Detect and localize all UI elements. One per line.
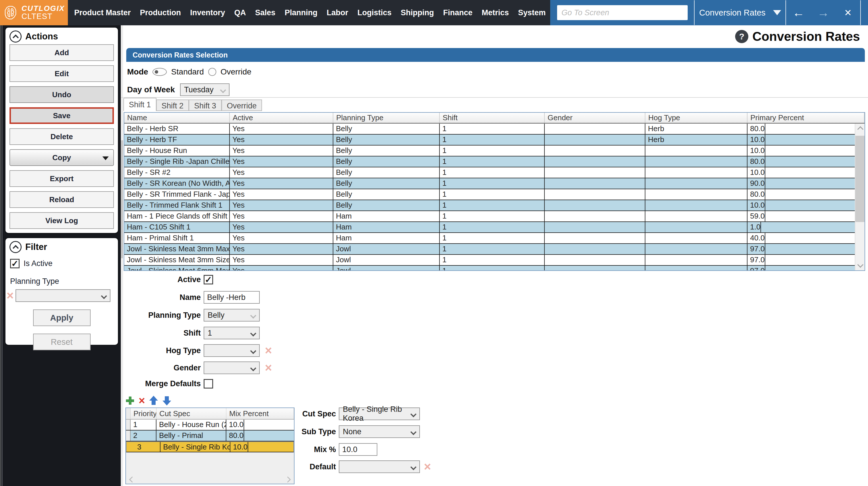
sidebar-scrollbar[interactable] [121,25,123,486]
col-active[interactable]: Active [230,113,333,123]
close-icon[interactable]: × [836,6,860,20]
col-priority[interactable]: Priority [131,408,156,419]
add-button[interactable]: Add [9,44,114,61]
scroll-right-icon[interactable] [285,477,291,483]
col-shift[interactable]: Shift [440,113,545,123]
rates-table-row[interactable]: Belly - SR Trimmed Flank - JapanYesBelly… [124,189,855,200]
save-button[interactable]: Save [9,107,114,124]
tab-shift-1[interactable]: Shift 1 [123,98,156,111]
menu-product-master[interactable]: Product Master [70,8,135,17]
forward-arrow-icon[interactable]: → [811,6,836,20]
move-down-icon[interactable] [162,395,172,406]
apply-button[interactable]: Apply [33,309,91,326]
rates-table-row[interactable]: Belly - Herb TFYesBelly1Herb10.0 [124,134,855,146]
scrollbar-thumb[interactable] [121,140,123,258]
is-active-checkbox[interactable]: ✓ [10,259,20,268]
export-button[interactable]: Export [9,170,114,187]
menu-shipping[interactable]: Shipping [396,8,438,17]
mix-percent-input[interactable] [339,443,377,456]
collapse-chevron-icon[interactable] [9,30,22,42]
clear-hog-type-icon[interactable]: × [265,344,272,357]
menu-sales[interactable]: Sales [250,8,280,17]
clear-filter-icon[interactable]: × [7,290,14,302]
rates-table-row[interactable]: Ham - Primal Shift 1YesHam140.0 [124,233,855,244]
delete-button[interactable]: Delete [9,128,114,145]
undo-button[interactable]: Undo [9,86,114,103]
tab-override[interactable]: Override [222,99,262,111]
tab-shift-3[interactable]: Shift 3 [189,99,222,111]
col-cut-spec[interactable]: Cut Spec [156,408,226,419]
rates-table-row[interactable]: Belly - SR Korean (No Width, All IYesBel… [124,178,855,189]
table-vertical-scrollbar[interactable] [855,124,865,270]
delete-row-icon[interactable]: × [138,395,145,406]
menu-qa[interactable]: QA [230,8,251,17]
move-up-icon[interactable] [149,395,158,406]
scroll-down-icon[interactable] [857,262,863,268]
clear-gender-icon[interactable]: × [265,362,272,374]
planning-type-filter-select[interactable] [16,289,111,302]
rates-table-row[interactable]: Belly - SR #2YesBelly110.0 [124,168,855,178]
rates-table-row[interactable]: Ham - 1 Piece Glands off Shift 1YesHam15… [124,211,855,222]
name-input[interactable] [204,291,260,304]
clear-default-icon[interactable]: × [424,461,431,473]
chevron-down-icon [250,348,256,354]
add-row-icon[interactable] [125,396,134,405]
col-planning-type[interactable]: Planning Type [333,113,440,123]
menu-system[interactable]: System [514,8,550,17]
planning-type-select[interactable]: Belly [204,309,260,322]
menu-inventory[interactable]: Inventory [186,8,230,17]
rates-table-row[interactable]: Ham - C105 Shift 1YesHam11.0 [124,222,855,233]
mode-override-radio[interactable] [208,68,216,76]
cut-spec-select[interactable]: Belly - Single Rib Korea [339,407,420,420]
sub-type-select[interactable]: None [339,425,420,438]
cut-table-horizontal-scrollbar[interactable] [126,475,294,484]
menu-logistics[interactable]: Logistics [353,8,396,17]
scroll-left-icon[interactable] [129,477,135,483]
screen-selector-dropdown[interactable]: Conversion Rates [694,8,785,18]
day-of-week-select[interactable]: Tuesday [180,83,229,96]
row-header[interactable] [126,420,131,430]
rates-table-row[interactable]: Jowl - Skinless Meat 6mm Max SlYesJowl19… [124,266,855,270]
rates-table-row[interactable]: Belly - Single Rib -Japan Chilled SYesBe… [124,156,855,168]
col-hog-type[interactable]: Hog Type [645,113,747,123]
mode-standard-radio[interactable] [152,68,167,76]
reload-button[interactable]: Reload [9,191,114,208]
col-name[interactable]: Name [124,113,230,123]
scroll-up-icon[interactable] [857,126,863,132]
rates-table-row[interactable]: Belly - House RunYesBelly110.0 [124,146,855,156]
scrollbar-thumb[interactable] [855,136,865,222]
collapse-chevron-icon[interactable] [9,241,22,253]
col-gender[interactable]: Gender [545,113,645,123]
go-to-screen-input[interactable] [557,5,688,20]
shift-select[interactable]: 1 [204,327,260,339]
default-select[interactable] [339,460,420,473]
menu-finance[interactable]: Finance [439,8,477,17]
rates-table-row[interactable]: Jowl - Skinless Meat 3mm Sized SYesJowl1… [124,255,855,266]
col-primary-percent[interactable]: Primary Percent [747,113,865,123]
rates-table-row[interactable]: Belly - Trimmed Flank Shift 1YesBelly110… [124,200,855,211]
gender-select[interactable] [204,362,260,374]
row-header[interactable] [126,430,131,441]
back-arrow-icon[interactable]: ← [786,6,811,20]
hog-type-select[interactable] [204,344,260,357]
help-icon[interactable]: ? [735,30,748,43]
app-logo[interactable]: CUTLOGIX CLTEST [0,0,68,25]
menu-production[interactable]: Production [135,8,186,17]
rates-cell: Belly - Herb SR [124,124,230,134]
menu-metrics[interactable]: Metrics [477,8,514,17]
tab-shift-2[interactable]: Shift 2 [156,99,189,111]
rates-cell: 1 [440,200,545,211]
menu-labor[interactable]: Labor [322,8,353,17]
rates-table-row[interactable]: Jowl - Skinless Meat 3mm Max SlYesJowl19… [124,244,855,255]
edit-button[interactable]: Edit [9,65,114,82]
rates-table-row[interactable]: Belly - Herb SRYesBelly1Herb80.0 [124,124,855,134]
menu-planning[interactable]: Planning [280,8,322,17]
copy-button[interactable]: Copy [9,149,114,166]
cut-cell: 2 [131,430,156,441]
reset-button[interactable]: Reset [33,334,91,350]
favorite-star-icon[interactable]: ☆ [861,5,868,20]
merge-defaults-checkbox[interactable] [204,379,213,389]
active-checkbox[interactable]: ✓ [204,275,213,284]
rates-cell: Yes [230,200,333,211]
view-log-button[interactable]: View Log [9,212,114,229]
